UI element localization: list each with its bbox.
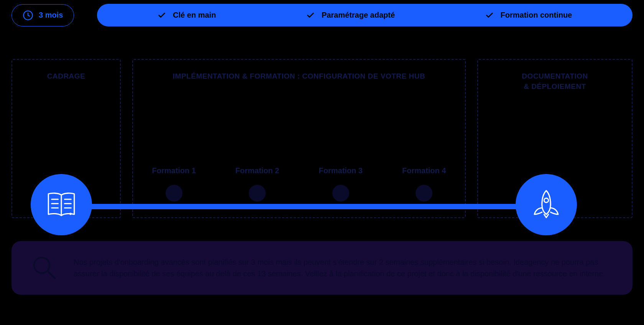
svg-point-10 — [34, 258, 50, 273]
note-text: Nos projets d'onboarding avancés sont pl… — [74, 256, 613, 279]
formation-label: Formation 1 — [152, 166, 196, 175]
rocket-icon — [529, 187, 564, 222]
formation-item: Formation 3 — [319, 166, 363, 243]
phase-title: CADRAGE — [16, 71, 116, 82]
feature-item: Clé en main — [158, 11, 216, 20]
phase-title: IMPLÉMENTATION & FORMATION : CONFIGURATI… — [137, 71, 461, 82]
duration-label: 3 mois — [39, 11, 63, 20]
feature-label: Clé en main — [173, 11, 216, 20]
book-icon — [44, 187, 79, 222]
formation-dot — [166, 185, 182, 202]
svg-line-11 — [48, 271, 55, 278]
svg-point-9 — [544, 198, 548, 202]
check-icon — [306, 11, 315, 20]
formation-label: Formation 4 — [402, 166, 446, 175]
formation-dot — [332, 185, 349, 202]
formation-item: Formation 2 — [235, 166, 279, 243]
feature-item: Formation continue — [485, 11, 572, 20]
phase-title: DOCUMENTATION & DÉPLOIEMENT — [482, 71, 628, 92]
svg-point-8 — [69, 213, 72, 215]
formation-label: Formation 3 — [319, 166, 363, 175]
formation-dot — [249, 185, 266, 202]
check-icon — [158, 11, 166, 20]
deployment-circle — [516, 174, 577, 235]
features-bar: Clé en main Paramétrage adapté Formation… — [97, 4, 632, 26]
magnifier-icon — [31, 254, 58, 282]
formation-item: Formation 4 — [402, 166, 446, 243]
top-row: 3 mois Clé en main Paramétrage adapté Fo… — [12, 4, 632, 26]
formation-label: Formation 2 — [235, 166, 279, 175]
clock-icon — [23, 10, 33, 21]
formations-row: Formation 1 Formation 2 Formation 3 Form… — [132, 166, 466, 243]
feature-label: Formation continue — [501, 11, 572, 20]
timeline-wrap: CADRAGE IMPLÉMENTATION & FORMATION : CON… — [12, 59, 632, 218]
phase-title-line2: & DÉPLOIEMENT — [524, 82, 586, 90]
duration-badge: 3 mois — [12, 4, 74, 26]
feature-item: Paramétrage adapté — [306, 11, 395, 20]
formation-dot — [416, 185, 432, 202]
cadrage-circle — [31, 174, 92, 235]
feature-label: Paramétrage adapté — [322, 11, 395, 20]
formation-item: Formation 1 — [152, 166, 196, 243]
phase-title-line1: DOCUMENTATION — [522, 72, 588, 80]
check-icon — [485, 11, 494, 20]
note-box: Nos projets d'onboarding avancés sont pl… — [12, 241, 632, 295]
